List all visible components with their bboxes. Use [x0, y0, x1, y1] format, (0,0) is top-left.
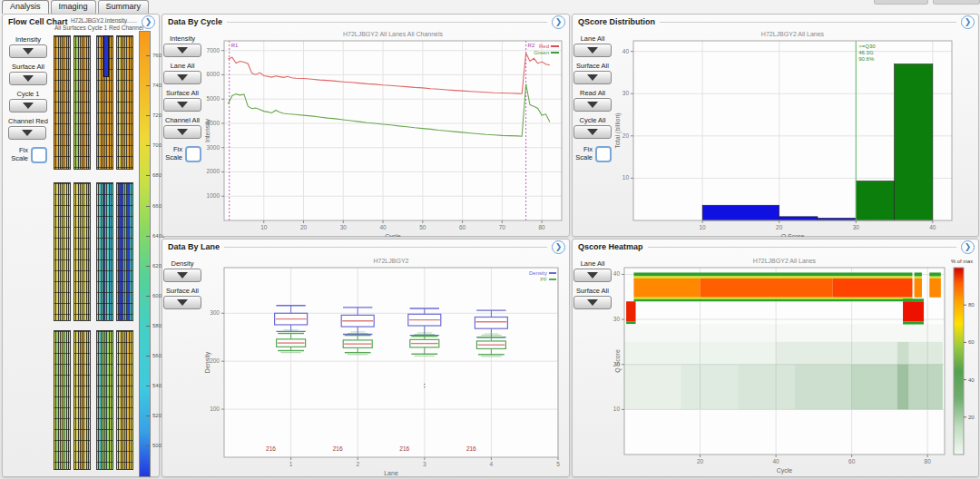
fix-scale-label: Fix Scale [9, 147, 28, 162]
flowcell-lane-4-section-3[interactable] [116, 330, 133, 470]
divider [227, 22, 547, 23]
chevron-down-icon [587, 272, 598, 279]
surface-dropdown[interactable] [163, 296, 201, 309]
expand-panel-button[interactable]: ❯ [961, 240, 975, 254]
tile-grid-lines [74, 183, 90, 320]
tab-summary[interactable]: Summary [98, 0, 150, 14]
metric-dropdown[interactable] [163, 44, 201, 57]
svg-text:R1: R1 [231, 43, 239, 48]
svg-text:7000: 7000 [207, 47, 220, 54]
channel-dropdown[interactable] [8, 126, 46, 140]
surface-dropdown[interactable] [573, 71, 612, 84]
svg-text:H72LJBGY2 All Lanes: H72LJBGY2 All Lanes [761, 31, 825, 37]
flowcell-lane-2-section-1[interactable] [74, 35, 91, 170]
lane-dropdown[interactable] [163, 71, 201, 84]
expand-panel-button[interactable]: ❯ [552, 240, 565, 254]
data-by-lane-chart[interactable]: 21621621621612345100200300H72LJBGY2LaneD… [202, 253, 569, 477]
colorbar-tick [146, 356, 150, 357]
surface-dropdown[interactable] [573, 296, 612, 309]
lane-dropdown[interactable] [573, 44, 612, 57]
surface-label: Surface All [573, 287, 612, 295]
colorbar-tick [146, 326, 150, 327]
chevron-down-icon [177, 299, 188, 306]
svg-text:100: 100 [210, 406, 220, 412]
metric-dropdown[interactable] [9, 44, 47, 58]
flowcell-lane-1-section-3[interactable] [54, 330, 71, 470]
colorbar-tick [146, 206, 150, 207]
fix-scale-label: Fix Scale [573, 146, 593, 161]
svg-text:4: 4 [490, 461, 494, 467]
flowcell-lane-2-section-2[interactable] [74, 182, 91, 321]
colorbar-tick [146, 266, 150, 267]
tile-grid-lines [54, 331, 70, 469]
flowcell-lane-4-section-1[interactable] [116, 35, 133, 170]
toolbar-button-partial[interactable] [933, 0, 980, 5]
colorbar-tick [146, 145, 150, 146]
lane-label: Lane All [573, 259, 612, 268]
colorbar-tick [146, 115, 150, 116]
divider [224, 247, 547, 248]
tile-grid-lines [97, 331, 113, 469]
divider [660, 22, 956, 23]
tile-grid-lines [117, 36, 132, 169]
flowcell-lane-3-section-2[interactable] [96, 182, 113, 321]
cycle-dropdown[interactable] [573, 125, 612, 139]
fix-scale-checkbox[interactable] [31, 147, 47, 163]
chevron-down-icon [177, 47, 188, 54]
svg-text:40: 40 [379, 224, 387, 230]
svg-text:40: 40 [613, 270, 621, 277]
read-dropdown[interactable] [573, 98, 612, 112]
tab-analysis[interactable]: Analysis [2, 0, 49, 14]
channel-dropdown[interactable] [163, 125, 201, 139]
tile-grid-lines [117, 183, 132, 320]
surface-dropdown[interactable] [163, 98, 201, 112]
svg-text:216: 216 [266, 445, 276, 452]
qscore-distribution-chart[interactable]: >=Q3046.3G90.6%1020304010203040H72LJBGY2… [612, 28, 978, 237]
colorbar-tick [146, 445, 150, 446]
fix-scale-checkbox[interactable] [185, 146, 201, 162]
svg-text:20: 20 [300, 224, 308, 230]
tab-imaging[interactable]: Imaging [51, 0, 96, 14]
chevron-down-icon [22, 130, 33, 136]
surface-label: Surface All [573, 62, 612, 70]
qscore-heatmap-chart[interactable]: 2040608010203040H72LJBGY2 All LanesCycle… [612, 253, 978, 477]
lane-dropdown[interactable] [573, 269, 612, 282]
data-by-cycle-chart[interactable]: 1020304050607080100020003000400050006000… [202, 28, 569, 237]
flowcell-lane-4-section-2[interactable] [116, 182, 133, 321]
fix-scale-checkbox[interactable] [595, 146, 612, 162]
cycle-dropdown[interactable] [9, 99, 47, 112]
chevron-down-icon [587, 74, 598, 81]
flowcell-lane-2-section-3[interactable] [74, 330, 91, 470]
metric-dropdown[interactable] [163, 269, 201, 282]
expand-panel-button[interactable]: ❯ [961, 15, 975, 29]
data-by-lane-panel: Data By Lane ❯ Density Surface All 21621… [162, 239, 570, 477]
chevron-down-icon [587, 47, 598, 54]
toolbar-button-partial[interactable] [874, 0, 928, 5]
flowcell-lane-1-section-2[interactable] [54, 182, 71, 321]
sav-application-window: { "tabs": ["Analysis", "Imaging", "Summa… [0, 0, 980, 479]
surface-dropdown[interactable] [9, 72, 47, 85]
panel-title: Data By Cycle [168, 17, 222, 26]
svg-text:50: 50 [419, 224, 426, 230]
flowcell-lane-1-section-1[interactable] [54, 35, 71, 170]
fix-scale-label: Fix Scale [163, 146, 182, 161]
lane-label: Lane All [163, 62, 201, 70]
svg-text:Lane: Lane [384, 470, 398, 476]
expand-panel-button[interactable]: ❯ [552, 15, 565, 29]
svg-text:Red: Red [539, 44, 549, 49]
svg-text:H72LJBGY2 All Lanes: H72LJBGY2 All Lanes [753, 258, 817, 264]
colorbar-tick [146, 236, 150, 237]
svg-text:Cycle: Cycle [385, 233, 401, 237]
flow-cell-tile-map[interactable] [54, 35, 137, 472]
svg-text:80: 80 [925, 458, 932, 464]
svg-text:40: 40 [772, 458, 779, 464]
svg-text:Cycle: Cycle [777, 467, 793, 474]
svg-text:216: 216 [333, 445, 343, 452]
chevron-down-icon [587, 129, 598, 135]
metric-label: Density [163, 259, 201, 268]
flowcell-lane-3-section-3[interactable] [96, 330, 113, 470]
svg-text:80: 80 [968, 302, 975, 308]
flow-cell-chart-title: H72LJBGY2 Intensity All Surfaces Cycle 1… [37, 17, 161, 32]
svg-text:3000: 3000 [207, 144, 220, 151]
svg-text:3: 3 [423, 461, 426, 467]
